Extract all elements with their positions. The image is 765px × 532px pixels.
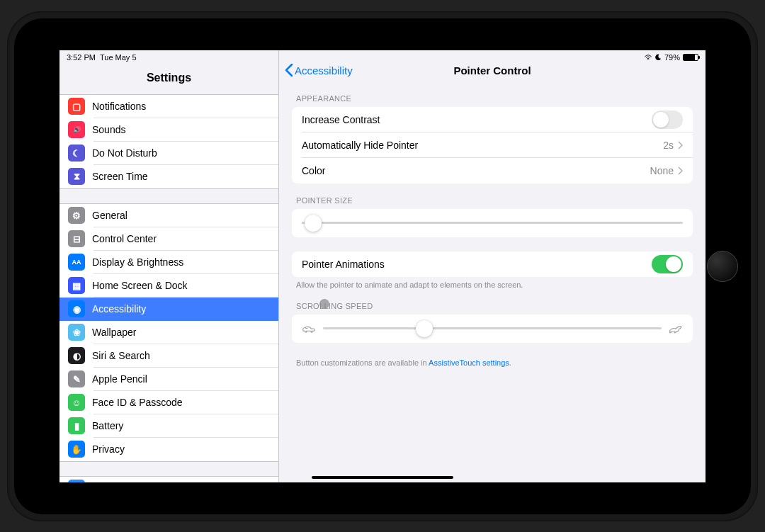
faceid-icon: ☺ (68, 394, 85, 411)
dnd-icon: ☾ (68, 145, 85, 162)
page-title: Pointer Control (453, 64, 531, 77)
switch-increase-contrast[interactable] (652, 111, 683, 129)
ipad-bezel: 3:52 PM Tue May 5 79% Settings ▢Notifica… (14, 18, 751, 514)
sidebar-item-label: Siri & Search (92, 350, 150, 361)
sidebar-item-privacy[interactable]: ✋Privacy (60, 438, 278, 461)
status-date: Tue May 5 (100, 53, 137, 62)
notifications-icon: ▢ (68, 98, 85, 115)
home-button[interactable] (707, 251, 738, 282)
battery-icon: ▮ (68, 417, 85, 434)
slider-pointer-size[interactable] (292, 209, 693, 237)
svg-point-0 (647, 59, 648, 60)
battery-icon (683, 54, 698, 61)
sidebar-item-label: Privacy (92, 443, 125, 455)
letterbox-bottom (60, 482, 706, 507)
sidebar-item-display[interactable]: AADisplay & Brightness (60, 251, 278, 274)
sidebar-item-label: Wallpaper (92, 327, 137, 338)
homescreen-icon: ▦ (68, 277, 85, 294)
sidebar-item-pencil[interactable]: ✎Apple Pencil (60, 368, 278, 391)
row-increase-contrast[interactable]: Increase Contrast (292, 107, 693, 132)
settings-sidebar: Settings ▢Notifications🔊Sounds☾Do Not Di… (60, 50, 279, 482)
sidebar-item-controlcenter[interactable]: ⊟Control Center (60, 227, 278, 251)
privacy-icon: ✋ (68, 441, 85, 458)
footer-link-text: Button customizations are available in A… (279, 343, 706, 367)
display-icon: AA (68, 254, 85, 271)
sidebar-item-sounds[interactable]: 🔊Sounds (60, 118, 278, 142)
general-icon: ⚙ (68, 207, 85, 224)
dnd-moon-icon (654, 54, 662, 61)
screentime-icon: ⧗ (68, 168, 85, 185)
hare-icon (669, 324, 683, 334)
section-header-pointer-size: POINTER SIZE (279, 183, 706, 209)
sidebar-item-label: Screen Time (92, 171, 148, 182)
sidebar-item-screentime[interactable]: ⧗Screen Time (60, 165, 278, 188)
row-auto-hide[interactable]: Automatically Hide Pointer 2s (292, 132, 693, 158)
back-button[interactable]: Accessibility (285, 64, 353, 77)
controlcenter-icon: ⊟ (68, 230, 85, 247)
sidebar-item-label: Do Not Disturb (92, 147, 157, 159)
chevron-right-icon (678, 141, 683, 149)
siri-icon: ◐ (68, 347, 85, 364)
ipad-frame: 3:52 PM Tue May 5 79% Settings ▢Notifica… (7, 11, 758, 521)
sidebar-item-general[interactable]: ⚙General (60, 204, 278, 227)
sidebar-item-faceid[interactable]: ☺Face ID & Passcode (60, 391, 278, 414)
sidebar-item-label: Apple Pencil (92, 373, 147, 385)
sidebar-item-label: Accessibility (92, 303, 146, 315)
section-header-appearance: APPEARANCE (279, 81, 706, 107)
sidebar-item-homescreen[interactable]: ▦Home Screen & Dock (60, 274, 278, 298)
sidebar-item-label: Display & Brightness (92, 256, 183, 268)
sounds-icon: 🔊 (68, 121, 85, 138)
sidebar-item-wallpaper[interactable]: ❀Wallpaper (60, 321, 278, 344)
letterbox-top (60, 26, 706, 50)
switch-pointer-animations[interactable] (652, 255, 683, 273)
sidebar-item-appstore[interactable]: AiTunes & App Store (60, 477, 278, 482)
battery-percent: 79% (664, 53, 680, 62)
row-color[interactable]: Color None (292, 158, 693, 183)
tortoise-icon (302, 324, 316, 334)
sidebar-item-siri[interactable]: ◐Siri & Search (60, 344, 278, 368)
sidebar-item-dnd[interactable]: ☾Do Not Disturb (60, 142, 278, 165)
slider-scrolling-speed[interactable] (292, 315, 693, 343)
screen: 3:52 PM Tue May 5 79% Settings ▢Notifica… (60, 26, 706, 507)
sidebar-item-label: Home Screen & Dock (92, 280, 188, 291)
sidebar-item-accessibility[interactable]: ◉Accessibility (60, 298, 278, 321)
accessibility-icon: ◉ (68, 300, 85, 317)
back-label: Accessibility (295, 64, 353, 77)
sidebar-item-label: Battery (92, 420, 123, 431)
sidebar-item-label: Face ID & Passcode (92, 397, 183, 408)
section-header-scrolling: SCROLLING SPEED (279, 289, 706, 315)
sidebar-item-label: Control Center (92, 233, 157, 244)
sidebar-item-label: Sounds (92, 124, 125, 135)
pointer-cursor (319, 299, 329, 309)
wifi-icon (645, 54, 652, 61)
appstore-icon: A (68, 480, 85, 482)
sidebar-item-label: Notifications (92, 101, 146, 112)
assistivetouch-link[interactable]: AssistiveTouch settings (429, 358, 509, 367)
wallpaper-icon: ❀ (68, 324, 85, 341)
home-indicator[interactable] (312, 476, 453, 479)
chevron-left-icon (285, 64, 293, 77)
sidebar-item-label: General (92, 210, 128, 221)
status-time: 3:52 PM (67, 53, 96, 62)
detail-pane: Accessibility Pointer Control APPEARANCE… (279, 50, 706, 482)
sidebar-item-battery[interactable]: ▮Battery (60, 414, 278, 438)
pencil-icon: ✎ (68, 370, 85, 387)
row-pointer-animations[interactable]: Pointer Animations (292, 251, 693, 277)
status-bar: 3:52 PM Tue May 5 79% (60, 50, 706, 64)
sidebar-item-notifications[interactable]: ▢Notifications (60, 95, 278, 118)
chevron-right-icon (678, 166, 683, 175)
help-text-animations: Allow the pointer to animate and adapt t… (279, 277, 706, 289)
